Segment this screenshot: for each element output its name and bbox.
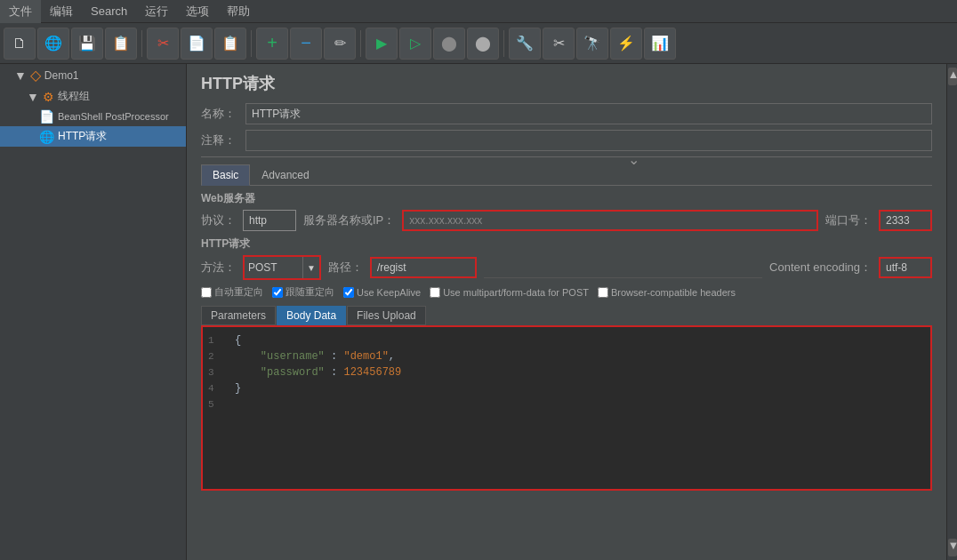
cb-keepalive-input[interactable] [343, 287, 354, 298]
name-label: 名称： [201, 106, 240, 122]
cb-multipart-label: Use multipart/form-data for POST [443, 287, 589, 298]
note-input[interactable] [245, 130, 932, 151]
main-tabs: Basic Advanced [201, 164, 932, 186]
cb-browser-compat-input[interactable] [598, 287, 608, 298]
cb-browser-compat[interactable]: Browser-compatible headers [598, 287, 736, 298]
remove-button[interactable]: − [290, 28, 322, 60]
note-row: 注释： [201, 130, 932, 151]
server-input[interactable] [402, 210, 818, 231]
code-line-2: 2 "username" : "demo1", [208, 348, 925, 364]
line-num-2: 2 [208, 348, 226, 364]
http-icon: 🌐 [39, 130, 54, 144]
code-line-3: 3 "password" : 123456789 [208, 364, 925, 380]
code-brace-close: } [235, 380, 241, 396]
menu-search[interactable]: Search [82, 1, 136, 21]
sep-1 [141, 30, 142, 57]
page-title: HTTP请求 [201, 73, 932, 94]
start-button[interactable]: ▶ [366, 28, 398, 60]
code-brace-open: { [235, 332, 241, 348]
cb-auto-redirect[interactable]: 自动重定向 [201, 285, 263, 299]
cb-auto-redirect-input[interactable] [201, 287, 212, 298]
content-area: HTTP请求 名称： 注释： ⌄ Basic Advanced Web服务器 协… [187, 64, 946, 560]
divider: ⌄ [201, 156, 932, 157]
method-input[interactable] [245, 257, 302, 278]
tree-thread-group[interactable]: ▼ ⚙ 线程组 [0, 86, 186, 107]
cb-browser-compat-label: Browser-compatible headers [611, 287, 736, 298]
save-as-button[interactable]: 📋 [105, 28, 137, 60]
thread-expand-icon: ▼ [27, 90, 39, 104]
menu-run[interactable]: 运行 [136, 0, 177, 23]
scroll-up[interactable]: ▲ [948, 68, 957, 85]
save-button[interactable]: 💾 [71, 28, 103, 60]
thread-icon: ⚙ [43, 90, 54, 104]
line-num-5: 5 [208, 396, 226, 412]
circle2-button[interactable]: ⬤ [467, 28, 499, 60]
code-line-1: 1 { [208, 332, 925, 348]
menu-options[interactable]: 选项 [177, 0, 218, 23]
cb-follow-redirect[interactable]: 跟随重定向 [272, 285, 334, 299]
path-label: 路径： [328, 260, 363, 276]
circle1-button[interactable]: ⬤ [433, 28, 465, 60]
settings-button[interactable]: ⚡ [610, 28, 642, 60]
encoding-input[interactable] [879, 257, 932, 278]
scroll-down[interactable]: ▼ [948, 539, 957, 556]
menu-file[interactable]: 文件 [0, 0, 41, 23]
cb-keepalive[interactable]: Use KeepAlive [343, 287, 421, 298]
cut-button[interactable]: ✂ [147, 28, 179, 60]
binoculars-button[interactable]: 🔭 [576, 28, 608, 60]
menu-help[interactable]: 帮助 [218, 0, 259, 23]
method-label: 方法： [201, 260, 236, 276]
body-tab-parameters[interactable]: Parameters [201, 306, 276, 325]
scrollbar[interactable]: ▲ ▼ [946, 64, 957, 560]
encoding-label: Content encoding： [769, 260, 872, 276]
name-row: 名称： [201, 103, 932, 124]
protocol-label: 协议： [201, 212, 236, 228]
menubar: 文件 编辑 Search 运行 选项 帮助 [0, 0, 957, 23]
new-button[interactable]: 🗋 [4, 28, 36, 60]
tree-expand-icon: ▼ [14, 68, 27, 83]
tree-beanshell-label: BeanShell PostProcessor [58, 111, 169, 122]
code-scroll-area [208, 412, 925, 484]
tools1-button[interactable]: 🔧 [509, 28, 541, 60]
cb-multipart[interactable]: Use multipart/form-data for POST [430, 287, 589, 298]
tree-thread-label: 线程组 [58, 89, 90, 104]
port-label: 端口号： [825, 212, 872, 228]
cb-multipart-input[interactable] [430, 287, 440, 298]
report-button[interactable]: 📊 [644, 28, 676, 60]
toggle-button[interactable]: ✏ [324, 28, 356, 60]
code-editor[interactable]: 1 { 2 "username" : "demo1", 3 "password"… [201, 325, 932, 491]
sidebar: ▼ ◇ Demo1 ▼ ⚙ 线程组 📄 BeanShell PostProces… [0, 64, 187, 560]
code-line-5: 5 [208, 396, 925, 412]
body-tab-bodydata[interactable]: Body Data [277, 306, 346, 325]
add-button[interactable]: + [256, 28, 288, 60]
protocol-input[interactable] [243, 210, 296, 231]
tools2-button[interactable]: ✂ [543, 28, 575, 60]
tree-http-label: HTTP请求 [58, 129, 107, 144]
line-num-1: 1 [208, 332, 226, 348]
tree-http-request[interactable]: 🌐 HTTP请求 [0, 126, 186, 147]
demo1-icon: ◇ [30, 67, 41, 84]
port-input[interactable] [879, 210, 932, 231]
cb-follow-redirect-input[interactable] [272, 287, 283, 298]
tree-beanshell[interactable]: 📄 BeanShell PostProcessor [0, 107, 186, 126]
line-num-3: 3 [208, 364, 226, 380]
code-username: "username" : "demo1", [235, 348, 395, 364]
copy-button[interactable]: 📄 [181, 28, 213, 60]
menu-edit[interactable]: 编辑 [41, 0, 82, 23]
body-tab-filesupload[interactable]: Files Upload [347, 306, 426, 325]
method-dropdown-icon[interactable]: ▼ [302, 257, 319, 278]
name-input[interactable] [245, 103, 932, 124]
tab-advanced[interactable]: Advanced [250, 164, 320, 186]
tree-demo1[interactable]: ▼ ◇ Demo1 [0, 64, 186, 86]
open-button[interactable]: 🌐 [37, 28, 69, 60]
cb-keepalive-label: Use KeepAlive [357, 287, 421, 298]
server-name-label: 服务器名称或IP： [303, 212, 395, 228]
paste-button[interactable]: 📋 [214, 28, 246, 60]
path-full-input[interactable] [484, 257, 762, 278]
resume-button[interactable]: ▷ [399, 28, 431, 60]
path-input[interactable] [370, 257, 477, 278]
sep-2 [251, 30, 252, 57]
main-layout: ▼ ◇ Demo1 ▼ ⚙ 线程组 📄 BeanShell PostProces… [0, 64, 957, 560]
http-row: 方法： ▼ 路径： Content encoding： [201, 255, 932, 280]
tab-basic[interactable]: Basic [201, 164, 250, 186]
